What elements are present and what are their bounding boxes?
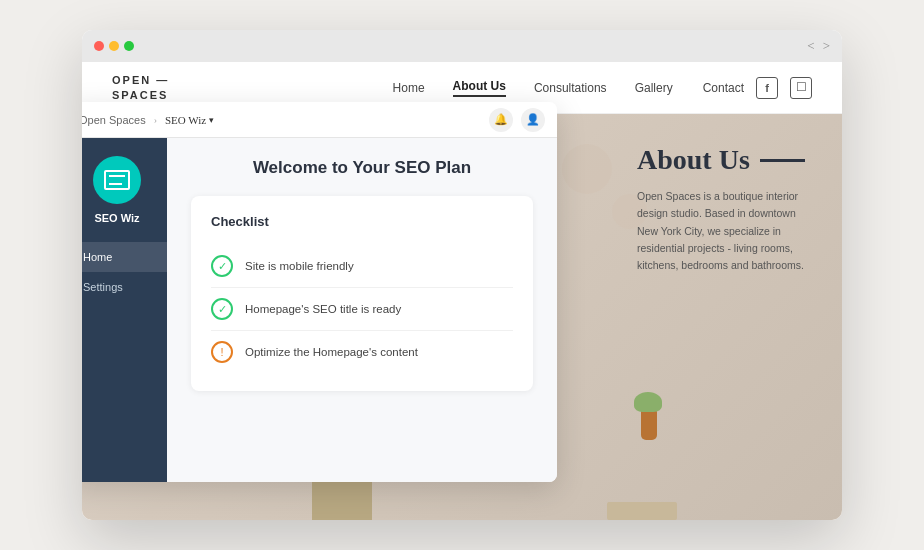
welcome-title: Welcome to Your SEO Plan bbox=[191, 158, 533, 178]
website-logo: OPEN — SPACES bbox=[112, 73, 169, 102]
browser-window: < > OPEN — SPACES Home About Us Consulta… bbox=[82, 30, 842, 520]
checklist-title: Checklist bbox=[211, 214, 513, 229]
check-icon-success-2: ✓ bbox=[211, 298, 233, 320]
breadcrumb-home[interactable]: Open Spaces bbox=[82, 114, 146, 126]
wall-circle-1 bbox=[562, 144, 612, 194]
logo-line-1: OPEN — bbox=[112, 73, 169, 87]
website-nav-links: Home About Us Consultations Gallery bbox=[393, 79, 673, 97]
nav-back-icon[interactable]: < bbox=[807, 38, 814, 54]
user-icon[interactable]: 👤 bbox=[521, 108, 545, 132]
browser-dots bbox=[94, 41, 134, 51]
checklist-card: Checklist ✓ Site is mobile friendly ✓ Ho… bbox=[191, 196, 533, 391]
checklist-item-label-2: Homepage's SEO title is ready bbox=[245, 303, 401, 315]
nav-link-home[interactable]: Home bbox=[393, 81, 425, 95]
nav-link-gallery[interactable]: Gallery bbox=[635, 81, 673, 95]
about-title-text: About Us bbox=[637, 144, 750, 176]
check-icon-success-1: ✓ bbox=[211, 255, 233, 277]
logo-line-2: SPACES bbox=[112, 88, 169, 102]
browser-titlebar: < > bbox=[82, 30, 842, 62]
checklist-item-label-1: Site is mobile friendly bbox=[245, 260, 354, 272]
vase-decoration bbox=[641, 410, 657, 440]
browser-dot-1 bbox=[94, 41, 104, 51]
website-nav-icons: Contact f ☐ bbox=[703, 77, 812, 99]
browser-dot-2 bbox=[109, 41, 119, 51]
checklist-item-label-3: Optimize the Homepage's content bbox=[245, 346, 418, 358]
sidebar-item-settings[interactable]: Settings bbox=[82, 272, 167, 302]
breadcrumb-chevron-icon: ▾ bbox=[209, 115, 214, 125]
checklist-item-1: ✓ Site is mobile friendly bbox=[211, 245, 513, 288]
notification-icon[interactable]: 🔔 bbox=[489, 108, 513, 132]
breadcrumb-separator: › bbox=[154, 114, 157, 125]
nav-link-about[interactable]: About Us bbox=[453, 79, 506, 97]
sidebar-item-home[interactable]: Home bbox=[82, 242, 167, 272]
checklist-item-2: ✓ Homepage's SEO title is ready bbox=[211, 288, 513, 331]
topbar-icons: 🔔 👤 bbox=[489, 108, 545, 132]
about-title-dash bbox=[760, 159, 805, 162]
inner-topbar: Open Spaces › SEO Wiz ▾ 🔔 👤 bbox=[82, 102, 557, 138]
browser-nav-arrows[interactable]: < > bbox=[807, 38, 830, 54]
inner-sidebar: SEO Wiz Home Settings bbox=[82, 138, 167, 482]
about-section: About Us Open Spaces is a boutique inter… bbox=[622, 114, 822, 305]
table-decoration bbox=[607, 502, 677, 520]
seo-panel: Open Spaces › SEO Wiz ▾ 🔔 👤 S bbox=[82, 102, 557, 482]
nav-link-consultations[interactable]: Consultations bbox=[534, 81, 607, 95]
about-description: Open Spaces is a boutique interior desig… bbox=[637, 188, 807, 275]
sidebar-app-name: SEO Wiz bbox=[94, 212, 139, 224]
nav-forward-icon[interactable]: > bbox=[823, 38, 830, 54]
website-content: OPEN — SPACES Home About Us Consultation… bbox=[82, 62, 842, 520]
checklist-item-3: ! Optimize the Homepage's content bbox=[211, 331, 513, 373]
sidebar-app-icon bbox=[104, 170, 130, 190]
nav-link-contact[interactable]: Contact bbox=[703, 81, 744, 95]
sidebar-logo-circle bbox=[93, 156, 141, 204]
plant-decoration bbox=[634, 392, 662, 412]
facebook-icon[interactable]: f bbox=[756, 77, 778, 99]
breadcrumb-current: SEO Wiz ▾ bbox=[165, 114, 214, 126]
inner-main: SEO Wiz Home Settings Welcome to Your SE… bbox=[82, 138, 557, 482]
browser-dot-3 bbox=[124, 41, 134, 51]
instagram-icon[interactable]: ☐ bbox=[790, 77, 812, 99]
inner-content: Welcome to Your SEO Plan Checklist ✓ Sit… bbox=[167, 138, 557, 482]
check-icon-warning-3: ! bbox=[211, 341, 233, 363]
about-title: About Us bbox=[637, 144, 807, 176]
